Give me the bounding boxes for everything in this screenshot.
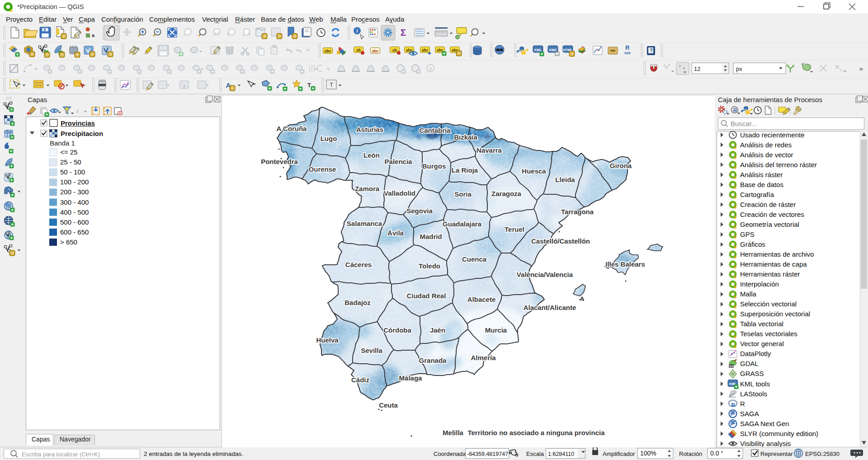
svg-text:València/Valencia: València/Valencia [517,271,573,278]
svg-text:Illes Balears: Illes Balears [605,260,645,268]
svg-text:Ceuta: Ceuta [379,401,398,409]
svg-text:Jaén: Jaén [430,326,445,334]
svg-text:Albacete: Albacete [467,296,496,303]
svg-text:Granada: Granada [419,357,447,364]
svg-text:Murcia: Murcia [485,326,507,334]
svg-text:Badajoz: Badajoz [344,299,371,306]
svg-text:Lugo: Lugo [321,135,337,142]
svg-text:Madrid: Madrid [420,233,442,240]
svg-text:Navarra: Navarra [476,146,502,154]
svg-text:Cádiz: Cádiz [351,376,369,384]
svg-text:Pontevedra: Pontevedra [261,158,298,165]
svg-text:Salamanca: Salamanca [347,220,382,227]
svg-text:Bizkaia: Bizkaia [454,133,477,141]
svg-text:Burgos: Burgos [422,162,446,170]
svg-text:Zamora: Zamora [355,185,380,192]
svg-text:Toledo: Toledo [419,262,440,270]
svg-text:Córdoba: Córdoba [383,326,411,334]
svg-text:Huelva: Huelva [316,336,339,344]
svg-text:Palencia: Palencia [385,158,413,165]
svg-text:Cuenca: Cuenca [462,255,487,263]
svg-text:Valladolid: Valladolid [384,189,415,197]
svg-text:Soria: Soria [454,190,472,198]
svg-text:Melilla: Melilla [443,429,464,437]
svg-text:A Coruña: A Coruña [277,125,307,132]
svg-text:La Rioja: La Rioja [452,166,478,174]
svg-text:Cantabria: Cantabria [419,127,451,134]
svg-text:Zaragoza: Zaragoza [491,190,522,197]
svg-text:Sevilla: Sevilla [361,347,382,354]
svg-text:Guadalajara: Guadalajara [443,220,482,228]
svg-text:Cáceres: Cáceres [345,261,372,268]
svg-text:Ciudad Real: Ciudad Real [407,292,446,300]
svg-text:Girona: Girona [610,162,632,169]
svg-text:Ourense: Ourense [309,165,336,173]
svg-text:Castelló/Castellón: Castelló/Castellón [531,237,590,245]
svg-text:Territorio no asociado a ningu: Territorio no asociado a ninguna provinc… [467,429,605,437]
svg-text:Ávila: Ávila [387,229,404,237]
svg-text:Segovia: Segovia [406,207,433,215]
svg-text:Alacant/Alicante: Alacant/Alicante [524,304,576,311]
svg-text:Almería: Almería [471,354,496,361]
svg-text:León: León [363,151,380,159]
svg-text:Málaga: Málaga [399,374,423,382]
svg-text:Huesca: Huesca [522,167,546,175]
svg-text:Asturias: Asturias [356,126,383,133]
svg-text:Tarragona: Tarragona [561,208,594,216]
svg-text:Lleida: Lleida [555,176,575,183]
svg-text:Teruel: Teruel [505,225,524,233]
